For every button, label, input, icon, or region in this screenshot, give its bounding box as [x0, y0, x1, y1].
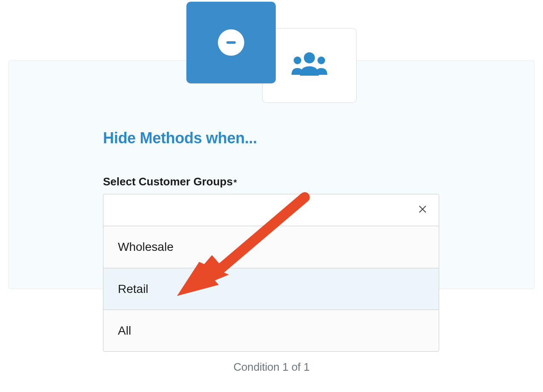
- section-heading: Hide Methods when...: [103, 129, 257, 147]
- users-icon: [290, 49, 329, 82]
- option-wholesale[interactable]: Wholesale: [103, 226, 439, 268]
- customer-groups-dropdown: Wholesale Retail All: [103, 226, 439, 352]
- field-label: Select Customer Groups*: [103, 175, 237, 188]
- customer-group-tile[interactable]: [262, 28, 357, 103]
- svg-point-1: [294, 57, 301, 64]
- option-all[interactable]: All: [103, 310, 439, 351]
- option-retail[interactable]: Retail: [103, 268, 439, 310]
- svg-point-2: [317, 57, 325, 64]
- customer-groups-select: Wholesale Retail All: [103, 194, 439, 352]
- close-icon[interactable]: [418, 205, 427, 215]
- svg-point-0: [304, 52, 315, 63]
- customer-groups-input[interactable]: [103, 194, 439, 226]
- condition-counter: Condition 1 of 1: [0, 361, 543, 374]
- minus-circle-icon: [218, 29, 244, 56]
- hide-methods-tile[interactable]: [186, 2, 276, 83]
